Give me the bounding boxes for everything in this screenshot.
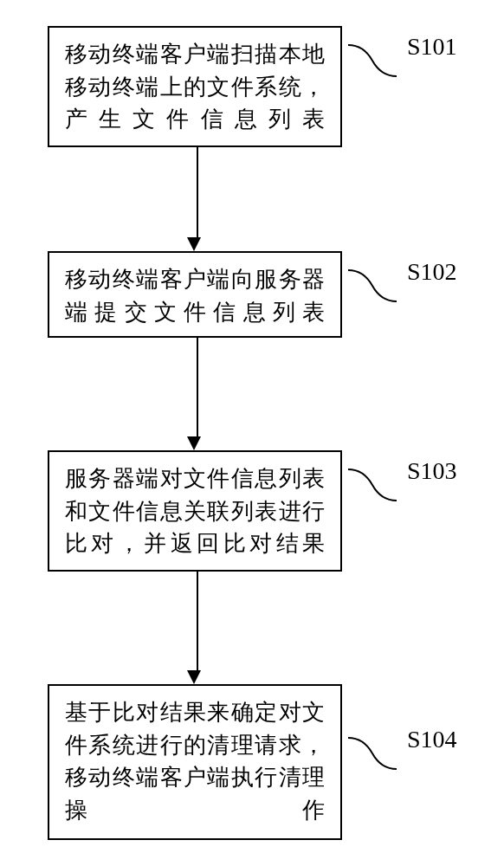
step-text-4: 基于比对结果来确定对文件系统进行的清理请求，移动终端客户端执行清理操作 [65, 700, 325, 823]
arrow-2 [193, 338, 201, 450]
step-label-4: S104 [407, 726, 457, 753]
connector-bracket-3 [346, 468, 398, 502]
step-box-4: 基于比对结果来确定对文件系统进行的清理请求，移动终端客户端执行清理操作 [48, 684, 342, 840]
step-text-1: 移动终端客户端扫描本地移动终端上的文件系统，产生文件信息列表 [65, 42, 325, 132]
step-box-3: 服务器端对文件信息列表和文件信息关联列表进行比对，并返回比对结果 [48, 450, 342, 572]
connector-bracket-1 [346, 43, 398, 78]
step-label-1: S101 [407, 33, 457, 61]
step-label-2: S102 [407, 258, 457, 286]
connector-bracket-4 [346, 736, 398, 771]
step-text-2: 移动终端客户端向服务器端提交文件信息列表 [65, 267, 325, 325]
step-box-1: 移动终端客户端扫描本地移动终端上的文件系统，产生文件信息列表 [48, 26, 342, 147]
connector-bracket-2 [346, 268, 398, 303]
step-box-2: 移动终端客户端向服务器端提交文件信息列表 [48, 251, 342, 338]
arrow-3 [193, 572, 201, 684]
arrow-1 [193, 147, 201, 251]
flowchart-container: 移动终端客户端扫描本地移动终端上的文件系统，产生文件信息列表 S101 移动终端… [0, 0, 504, 866]
step-text-3: 服务器端对文件信息列表和文件信息关联列表进行比对，并返回比对结果 [65, 466, 325, 556]
step-label-3: S103 [407, 457, 457, 485]
